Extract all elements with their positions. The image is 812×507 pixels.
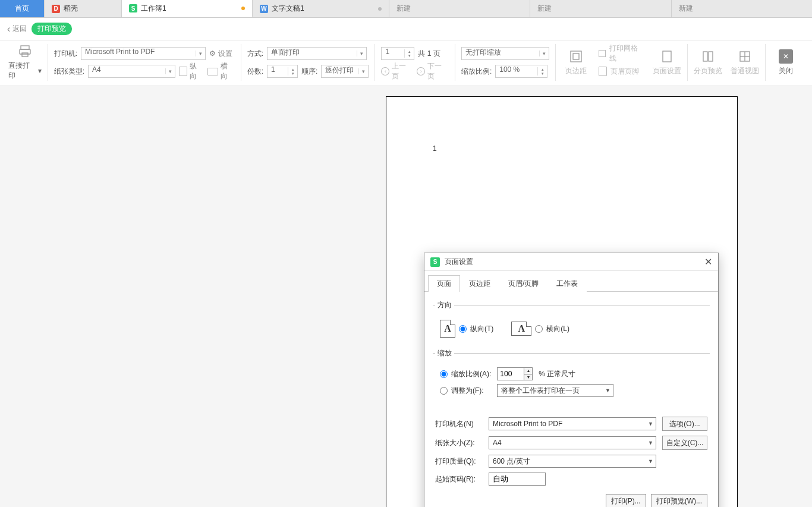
grid-view-icon bbox=[738, 49, 752, 64]
scale-ratio-spinner[interactable]: ▲▼ bbox=[497, 367, 533, 380]
page-number-input[interactable]: 1 ▴▾ bbox=[381, 47, 414, 60]
group-close: ✕ 关闭 bbox=[766, 44, 806, 81]
quality-select[interactable]: 600 点/英寸▼ bbox=[489, 455, 656, 468]
spreadsheet-icon: S bbox=[430, 257, 440, 267]
scale-ratio-radio[interactable] bbox=[440, 370, 448, 378]
orientation-portrait[interactable]: A 纵向(T) bbox=[440, 320, 493, 338]
breadcrumb-bar: 返回 打印预览 bbox=[0, 18, 812, 40]
spin-up-icon[interactable]: ▲ bbox=[524, 368, 532, 374]
print-preview-pill: 打印预览 bbox=[32, 23, 72, 35]
dialog-tab-margins[interactable]: 页边距 bbox=[460, 275, 499, 292]
custom-button[interactable]: 自定义(C)... bbox=[662, 436, 707, 450]
portrait-button[interactable]: 纵向 bbox=[179, 61, 204, 81]
preview-canvas: 1 S 页面设置 ✕ 页面 页边距 页眉/页脚 工作表 方向 A 纵向(T) bbox=[0, 86, 812, 507]
page-setup-icon bbox=[660, 49, 674, 64]
order-select[interactable]: 逐份打印 ▾ bbox=[321, 65, 369, 78]
chevron-down-icon: ▼ bbox=[648, 421, 653, 427]
landscape-button[interactable]: 横向 bbox=[207, 61, 235, 81]
dialog-tab-sheet[interactable]: 工作表 bbox=[547, 275, 587, 292]
orientation-legend: 方向 bbox=[435, 300, 454, 310]
scale-ratio-suffix: % 正常尺寸 bbox=[539, 369, 575, 379]
header-footer-button[interactable]: 页眉页脚 bbox=[610, 67, 639, 77]
normal-view-button[interactable]: 普通视图 bbox=[731, 49, 759, 76]
close-icon: ✕ bbox=[779, 49, 793, 64]
tab-new-1[interactable]: 新建 bbox=[389, 0, 530, 17]
dialog-tab-header[interactable]: 页眉/页脚 bbox=[499, 275, 547, 292]
printer-settings-button[interactable]: ⚙ 设置 bbox=[209, 49, 232, 59]
tab-new-3[interactable]: 新建 bbox=[672, 0, 812, 17]
back-button[interactable]: 返回 bbox=[7, 24, 27, 34]
landscape-radio[interactable] bbox=[535, 325, 543, 333]
tab-label: 文字文稿1 bbox=[272, 4, 304, 14]
paper-type-select[interactable]: A4 ▾ bbox=[88, 65, 175, 78]
paper-size-select[interactable]: A4▼ bbox=[489, 436, 656, 449]
printer-select[interactable]: Microsoft Print to PDF ▾ bbox=[81, 47, 206, 60]
scale-fit-radio[interactable] bbox=[440, 387, 448, 395]
scale-mode-select[interactable]: 无打印缩放 ▾ bbox=[461, 47, 549, 60]
close-preview-button[interactable]: ✕ 关闭 bbox=[772, 49, 800, 76]
chevron-down-icon: ▼ bbox=[605, 388, 610, 393]
tab-document[interactable]: W 文字文稿1 bbox=[253, 0, 389, 17]
chevron-down-icon: ▾ bbox=[358, 68, 368, 74]
group-printer-paper: 打印机: Microsoft Print to PDF ▾ ⚙ 设置 纸张类型:… bbox=[48, 44, 241, 81]
page-setup-dialog: S 页面设置 ✕ 页面 页边距 页眉/页脚 工作表 方向 A 纵向(T) bbox=[424, 253, 719, 507]
scale-pct-input[interactable]: 100 % ▴▾ bbox=[495, 65, 547, 78]
mode-select[interactable]: 单面打印 ▾ bbox=[267, 47, 367, 60]
landscape-page-icon: A bbox=[511, 322, 531, 336]
tab-daoke[interactable]: D 稻壳 bbox=[45, 0, 122, 17]
next-page-button[interactable]: ›下一页 bbox=[417, 61, 449, 81]
dialog-action-row: 打印(P)... 打印预览(W)... bbox=[433, 489, 710, 507]
printer-icon bbox=[18, 44, 32, 58]
spin-down-icon[interactable]: ▼ bbox=[524, 374, 532, 380]
portrait-icon bbox=[179, 67, 187, 76]
margins-button[interactable]: 页边距 bbox=[562, 49, 590, 76]
chevron-down-icon: ▼ bbox=[648, 458, 653, 464]
daoke-icon: D bbox=[52, 5, 60, 13]
gear-icon: ⚙ bbox=[209, 49, 216, 58]
orientation-fieldset: 方向 A 纵向(T) A 横向(L) bbox=[433, 300, 710, 342]
chevron-down-icon: ▾ bbox=[196, 51, 205, 56]
tab-label: 首页 bbox=[15, 4, 29, 14]
prev-page-button[interactable]: ‹上一页 bbox=[381, 61, 413, 81]
scale-ratio-input[interactable] bbox=[498, 368, 524, 380]
arrow-right-icon: › bbox=[417, 67, 425, 75]
margins-icon bbox=[569, 49, 583, 64]
svg-rect-0 bbox=[21, 46, 29, 49]
tab-home[interactable]: 首页 bbox=[0, 0, 45, 17]
dialog-close-button[interactable]: ✕ bbox=[704, 256, 712, 267]
group-views: 分页预览 普通视图 bbox=[688, 44, 766, 81]
print-toolbar: 直接打印▾ 打印机: Microsoft Print to PDF ▾ ⚙ 设置… bbox=[0, 40, 812, 86]
modified-dot-icon bbox=[241, 7, 245, 10]
document-tab-bar: 首页 D 稻壳 S 工作簿1 W 文字文稿1 新建 新建 新建 bbox=[0, 0, 812, 18]
chevron-down-icon: ▾ bbox=[357, 51, 366, 56]
tab-new-2[interactable]: 新建 bbox=[530, 0, 671, 17]
options-button[interactable]: 选项(O)... bbox=[662, 417, 707, 431]
tab-workbook[interactable]: S 工作簿1 bbox=[122, 0, 253, 17]
paging-preview-button[interactable]: 分页预览 bbox=[694, 49, 722, 76]
print-button[interactable]: 打印(P)... bbox=[606, 494, 646, 507]
copies-label: 份数: bbox=[247, 67, 263, 77]
orientation-landscape[interactable]: A 横向(L) bbox=[511, 322, 569, 336]
modified-dot-icon bbox=[378, 7, 382, 11]
dialog-titlebar: S 页面设置 ✕ bbox=[424, 253, 718, 271]
printer-name-select[interactable]: Microsoft Print to PDF▼ bbox=[489, 417, 656, 430]
copies-spinner[interactable]: 1 ▴▾ bbox=[267, 65, 298, 78]
direct-print-button[interactable]: 直接打印▾ bbox=[8, 44, 42, 81]
svg-rect-1 bbox=[20, 49, 30, 54]
svg-rect-5 bbox=[663, 51, 671, 62]
mode-label: 方式: bbox=[247, 49, 263, 59]
scale-fit-select[interactable]: 将整个工作表打印在一页▼ bbox=[497, 384, 613, 397]
order-label: 顺序: bbox=[301, 67, 317, 77]
paper-type-label: 纸张类型: bbox=[54, 67, 84, 77]
page-setup-button[interactable]: 页面设置 bbox=[653, 49, 681, 76]
start-page-input[interactable] bbox=[489, 473, 546, 486]
dialog-tab-page[interactable]: 页面 bbox=[428, 275, 460, 292]
print-preview-button[interactable]: 打印预览(W)... bbox=[651, 494, 707, 507]
group-page-nav: 1 ▴▾ 共 1 页 ‹上一页 ›下一页 bbox=[375, 44, 455, 81]
group-scaling: 无打印缩放 ▾ 缩放比例: 100 % ▴▾ bbox=[455, 44, 556, 81]
print-gridlines-checkbox[interactable]: 打印网格线 bbox=[609, 43, 644, 64]
cell-content: 1 bbox=[433, 144, 437, 153]
svg-rect-2 bbox=[22, 53, 28, 56]
portrait-radio[interactable] bbox=[459, 325, 467, 333]
printer-label: 打印机: bbox=[54, 49, 77, 59]
